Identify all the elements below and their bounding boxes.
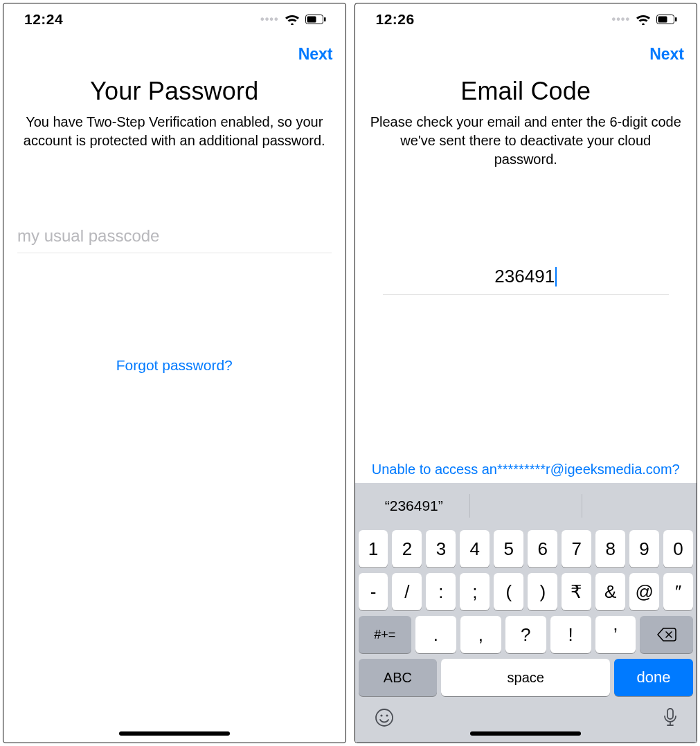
password-placeholder: my usual passcode (17, 226, 332, 246)
status-time: 12:24 (24, 11, 63, 28)
wifi-icon (636, 14, 651, 25)
key-row-1: 1 2 3 4 5 6 7 8 9 0 (359, 530, 694, 567)
key-dash[interactable]: - (359, 573, 388, 610)
page-title: Email Code (355, 77, 697, 106)
key-backspace[interactable] (640, 616, 693, 653)
page-subtitle: Please check your email and enter the 6-… (355, 106, 697, 169)
home-indicator[interactable] (470, 731, 581, 736)
battery-icon (656, 15, 677, 24)
page-title: Your Password (3, 77, 345, 106)
unable-access-email-link[interactable]: Unable to access an*********r@igeeksmedi… (355, 462, 697, 483)
next-button[interactable]: Next (649, 45, 684, 64)
svg-rect-1 (307, 17, 316, 23)
emoji-icon[interactable] (374, 707, 395, 733)
home-indicator[interactable] (119, 731, 230, 736)
key-8[interactable]: 8 (595, 530, 625, 567)
key-rparen[interactable]: ) (528, 573, 557, 610)
key-amp[interactable]: & (595, 573, 625, 610)
key-colon[interactable]: : (426, 573, 456, 610)
key-6[interactable]: 6 (528, 530, 557, 567)
code-input[interactable]: 236491 (383, 266, 670, 295)
key-1[interactable]: 1 (359, 530, 388, 567)
key-semicolon[interactable]: ; (460, 573, 490, 610)
key-abc[interactable]: ABC (359, 659, 438, 696)
status-bar: 12:24 •••• (3, 3, 345, 35)
svg-point-7 (380, 714, 382, 716)
key-at[interactable]: @ (629, 573, 659, 610)
phone-password-screen: 12:24 •••• Next Your Password You have T… (3, 3, 346, 743)
key-space[interactable]: space (441, 659, 610, 696)
suggestion-bar: “236491” (359, 487, 694, 525)
content-area: Email Code Please check your email and e… (355, 73, 697, 743)
svg-point-8 (386, 714, 388, 716)
page-subtitle: You have Two-Step Verification enabled, … (3, 106, 345, 150)
nav-bar: Next (355, 35, 697, 73)
key-7[interactable]: 7 (562, 530, 591, 567)
svg-rect-2 (324, 17, 326, 21)
dictation-icon[interactable] (663, 707, 678, 733)
suggestion-2[interactable] (470, 494, 582, 518)
svg-rect-4 (658, 17, 667, 23)
key-question[interactable]: ? (505, 616, 546, 653)
status-time: 12:26 (376, 11, 415, 28)
suggestion-3[interactable] (582, 494, 694, 518)
key-row-2: - / : ; ( ) ₹ & @ ″ (359, 573, 694, 610)
svg-rect-9 (667, 709, 673, 719)
key-4[interactable]: 4 (460, 530, 490, 567)
suggestion-1[interactable]: “236491” (359, 494, 471, 518)
key-period[interactable]: . (415, 616, 456, 653)
forgot-password-link[interactable]: Forgot password? (3, 357, 345, 374)
key-rupee[interactable]: ₹ (562, 573, 591, 610)
text-caret (555, 267, 557, 286)
cell-signal-icon: •••• (260, 13, 278, 26)
content-area: Your Password You have Two-Step Verifica… (3, 73, 345, 743)
key-symbols[interactable]: #+= (359, 616, 412, 653)
key-5[interactable]: 5 (494, 530, 523, 567)
key-0[interactable]: 0 (663, 530, 693, 567)
key-row-3: #+= . , ? ! ’ (359, 616, 694, 653)
key-2[interactable]: 2 (392, 530, 422, 567)
phone-email-code-screen: 12:26 •••• Next Email Code Please check … (355, 3, 698, 743)
key-comma[interactable]: , (460, 616, 501, 653)
backspace-icon (657, 628, 676, 642)
key-dquote[interactable]: ″ (663, 573, 693, 610)
status-icons: •••• (612, 13, 677, 26)
battery-icon (305, 15, 326, 24)
password-input[interactable]: my usual passcode (17, 226, 332, 253)
next-button[interactable]: Next (298, 45, 333, 64)
key-lparen[interactable]: ( (494, 573, 523, 610)
key-row-4: ABC space done (359, 659, 694, 696)
key-apostrophe[interactable]: ’ (595, 616, 636, 653)
wifi-icon (285, 14, 300, 25)
svg-rect-5 (675, 17, 677, 21)
status-icons: •••• (260, 13, 325, 26)
keyboard-bottom-bar (359, 696, 694, 736)
key-3[interactable]: 3 (426, 530, 456, 567)
key-exclaim[interactable]: ! (550, 616, 591, 653)
key-9[interactable]: 9 (629, 530, 659, 567)
key-slash[interactable]: / (392, 573, 422, 610)
svg-point-6 (376, 709, 393, 726)
status-bar: 12:26 •••• (355, 3, 697, 35)
nav-bar: Next (3, 35, 345, 73)
code-value: 236491 (494, 266, 555, 287)
keyboard: “236491” 1 2 3 4 5 6 7 8 9 0 - / : ; (355, 483, 697, 743)
cell-signal-icon: •••• (612, 13, 630, 26)
key-done[interactable]: done (614, 659, 693, 696)
